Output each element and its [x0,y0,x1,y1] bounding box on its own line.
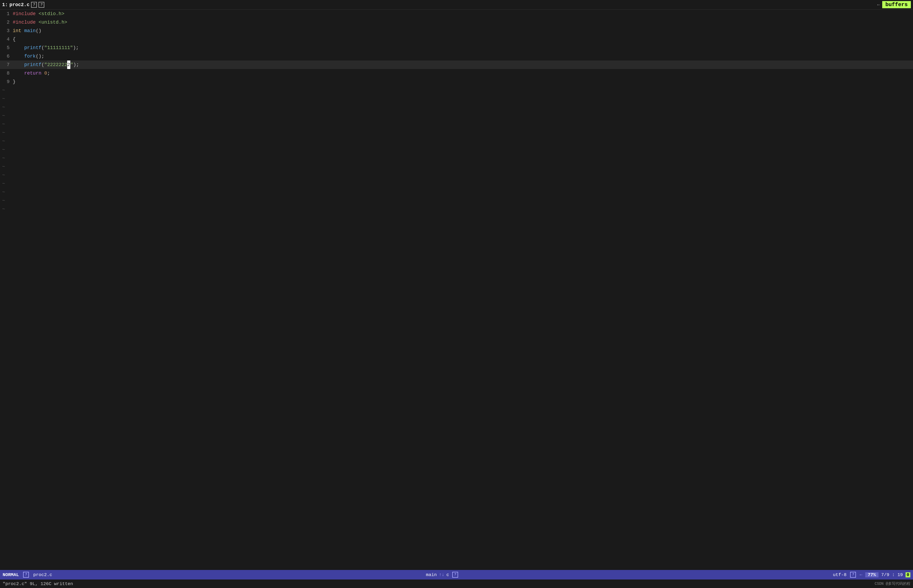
line-num-4: 4 [2,35,10,44]
tilde-line-3: ~ [0,103,913,111]
code-line-7: 7 printf("22222222"); [0,60,913,69]
status-mode: NORMAL [3,572,19,577]
status-lang-icon: ? [452,572,458,578]
message-text: "proc2.c" 9L, 126C written [3,582,73,586]
buffer-number: 1: [2,2,8,7]
line-content-7: printf("22222222"); [13,60,79,69]
line-content-9: } [13,78,16,86]
code-line-5: 5 printf("11111111"); [0,44,913,52]
tilde-line-10: ~ [0,162,913,171]
status-filename: proc2.c [33,572,52,577]
status-func: main [426,572,437,577]
tilde-line-8: ~ [0,145,913,154]
line-num-9: 9 [2,78,10,86]
code-line-9: 9 } [0,78,913,86]
status-bar: NORMAL ? proc2.c main ↑↓ c ? utf-8 ? ← 7… [0,570,913,580]
tilde-line-9: ~ [0,154,913,162]
status-encoding: utf-8 [833,572,847,577]
line-content-6: fork(); [13,52,44,60]
message-bar: "proc2.c" 9L, 126C written CSDN @多写代码的程 [0,580,913,588]
status-file-icon: ? [23,572,29,578]
line-num-6: 6 [2,52,10,60]
line-num-2: 2 [2,18,10,26]
title-filename: proc2.c [10,2,30,7]
code-line-8: 8 return 0; [0,69,913,78]
status-right: utf-8 ? ← 77% 7/9 : 19 0 [833,572,910,578]
tilde-line-12: ~ [0,179,913,188]
tilde-line-14: ~ [0,196,913,205]
title-right: ← buffers [877,1,911,8]
code-line-4: 4 { [0,35,913,44]
editor-container: 1: proc2.c ? ? ← buffers 1 #include <std… [0,0,913,588]
line-num-7: 7 [2,60,10,69]
code-line-3: 3 int main() [0,26,913,35]
tilde-line-2: ~ [0,94,913,103]
line-num-3: 3 [2,26,10,35]
title-left: 1: proc2.c ? ? [2,2,44,8]
status-lang: c [446,572,449,577]
tilde-line-15: ~ [0,205,913,213]
status-percent: 77% [865,572,879,577]
line-content-5: printf("11111111"); [13,44,79,52]
line-content-8: return 0; [13,69,50,78]
code-line-1: 1 #include <stdio.h> [0,10,913,18]
line-content-3: int main() [13,26,41,35]
title-icon-2[interactable]: ? [39,2,44,8]
tilde-line-13: ~ [0,188,913,196]
line-num-8: 8 [2,69,10,78]
code-line-6: 6 fork(); [0,52,913,60]
tilde-line-1: ~ [0,86,913,94]
tilde-line-11: ~ [0,171,913,179]
tilde-line-7: ~ [0,137,913,145]
line-content-2: #include <unistd.h> [13,18,67,26]
status-col: 0 [906,572,910,577]
tilde-line-4: ~ [0,111,913,120]
title-icon-1[interactable]: ? [31,2,37,8]
code-line-2: 2 #include <unistd.h> [0,18,913,26]
buffers-label[interactable]: buffers [882,1,911,8]
line-num-5: 5 [2,44,10,52]
status-arrow-icon: ← [860,572,862,577]
line-content-4: { [13,35,16,44]
tilde-line-5: ~ [0,120,913,128]
status-center: main ↑↓ c ? [55,572,830,578]
status-arrows-icon: ↑↓ [439,572,444,577]
status-enc-icon: ? [850,572,856,578]
code-area[interactable]: 1 #include <stdio.h> 2 #include <unistd.… [0,10,913,570]
buffers-arrow-icon: ← [877,2,880,7]
line-num-1: 1 [2,10,10,18]
title-bar: 1: proc2.c ? ? ← buffers [0,0,913,10]
message-right: CSDN @多写代码的程 [875,582,910,586]
line-content-1: #include <stdio.h> [13,10,64,18]
tilde-line-6: ~ [0,128,913,137]
status-position: 7/9 : 19 [881,572,903,577]
